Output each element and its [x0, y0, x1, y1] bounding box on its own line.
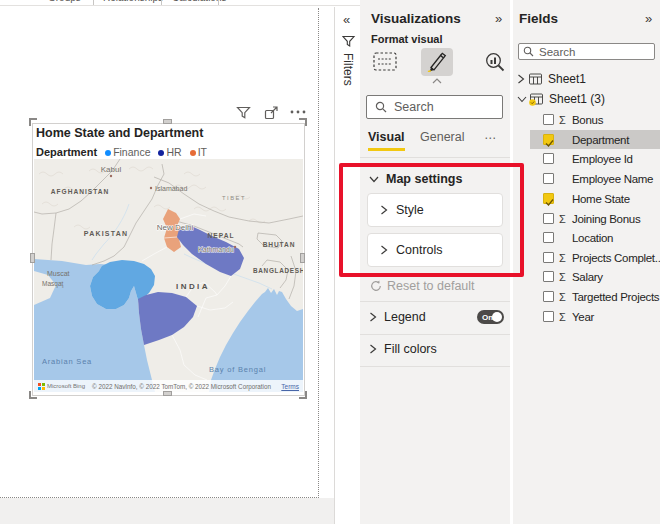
map-label-kathmandu: Kathmandu: [198, 246, 234, 253]
map-label-kabul: Kabul: [101, 165, 122, 174]
map-label-muscat: Muscat: [47, 270, 70, 277]
map-label-india: INDIA: [176, 282, 210, 291]
visual-focus-mode-icon[interactable]: [264, 106, 279, 120]
fields-pane: Fields » Search Sheet1 Sheet1 (3) Σ Bonu…: [513, 0, 660, 524]
reset-label: Reset to default: [387, 279, 475, 293]
checkbox[interactable]: [543, 173, 554, 184]
visual-more-options-icon[interactable]: [290, 109, 306, 115]
checkbox-checked[interactable]: [543, 193, 554, 204]
islamabad-dot: [150, 187, 152, 189]
field-row-targetted-projects[interactable]: Σ Targetted Projects: [513, 287, 660, 306]
fields-search-box[interactable]: Search: [518, 43, 655, 60]
kathmandu-dot: [234, 246, 236, 248]
map-label-tibet: TIBET: [222, 195, 246, 201]
filters-expand-icon[interactable]: «: [343, 12, 350, 27]
legend-section[interactable]: Legend: [369, 310, 426, 324]
map-label-islamabad: Islamabad: [155, 185, 187, 192]
legend-dot-finance: [105, 150, 111, 156]
search-placeholder: Search: [539, 46, 575, 58]
search-placeholder: Search: [394, 100, 434, 114]
selection-corner-tl[interactable]: [29, 118, 37, 126]
sigma-icon: Σ: [556, 252, 569, 264]
selection-corner-tr[interactable]: [299, 118, 307, 126]
selection-handle-right[interactable]: [300, 253, 305, 263]
page-boundary-right: [318, 8, 319, 498]
table-name: Sheet1 (3): [549, 92, 605, 106]
field-row-projects-completed[interactable]: Σ Projects Complet...: [513, 248, 660, 267]
kabul-dot: [110, 175, 112, 177]
format-visual-icon[interactable]: [427, 52, 447, 72]
selection-corner-br[interactable]: [299, 391, 307, 399]
sigma-icon: Σ: [556, 311, 569, 323]
checkbox[interactable]: [543, 271, 554, 282]
map-label-pakistan: PAKISTAN: [84, 230, 128, 237]
selection-corner-bl[interactable]: [29, 391, 37, 399]
canvas-outside-area: [0, 498, 334, 524]
analytics-icon[interactable]: [485, 52, 506, 73]
map-visual[interactable]: Home State and Department DepartmentFina…: [33, 124, 304, 395]
map-label-bay-of-bengal: Bay of Bengal: [209, 365, 266, 374]
report-canvas[interactable]: Home State and Department DepartmentFina…: [0, 7, 334, 524]
search-icon: [523, 46, 534, 57]
search-icon: [375, 101, 387, 113]
checkbox[interactable]: [543, 252, 554, 263]
field-row-employee-id[interactable]: Employee Id: [513, 149, 660, 168]
map-terms-link[interactable]: Terms: [281, 383, 299, 390]
field-row-year[interactable]: Σ Year: [513, 307, 660, 326]
legend-dot-hr: [158, 150, 164, 156]
tab-general[interactable]: General: [420, 130, 464, 144]
visualizations-expand-icon[interactable]: »: [495, 11, 502, 26]
map-label-nepal: NEPAL: [208, 232, 235, 239]
fields-expand-icon[interactable]: »: [645, 11, 652, 26]
fill-colors-label: Fill colors: [384, 342, 437, 356]
field-row-salary[interactable]: Σ Salary: [513, 267, 660, 286]
map-label-new-delhi: New Delhi: [157, 223, 194, 232]
chevron-down-icon: [517, 94, 527, 104]
legend-dot-it: [190, 150, 196, 156]
toggle-knob: [492, 312, 502, 322]
field-row-employee-name[interactable]: Employee Name: [513, 169, 660, 188]
checkbox[interactable]: [543, 213, 554, 224]
field-row-location[interactable]: Location: [513, 228, 660, 247]
table-sheet1[interactable]: Sheet1: [517, 72, 586, 86]
checkbox[interactable]: [543, 311, 554, 322]
map-label-bangladesh: BANGLADESH: [253, 267, 303, 274]
field-row-home-state[interactable]: Home State: [513, 189, 660, 208]
table-name: Sheet1: [548, 72, 586, 86]
fields-pane-title: Fields: [519, 11, 558, 26]
visualizations-pane-title: Visualizations: [371, 11, 461, 26]
selection-handle-bottom[interactable]: [163, 391, 172, 396]
selection-handle-top[interactable]: [163, 119, 172, 124]
map-label-arabian-sea: Arabian Sea: [42, 357, 92, 366]
visual-filter-icon[interactable]: [236, 106, 251, 120]
ribbon-tab-groups[interactable]: Groups: [48, 0, 81, 3]
build-visual-icon[interactable]: [373, 52, 397, 72]
legend-toggle[interactable]: On: [477, 310, 504, 324]
table-sheet1-3[interactable]: Sheet1 (3): [517, 92, 605, 106]
chevron-right-icon: [369, 344, 377, 354]
tab-more-options[interactable]: …: [484, 128, 497, 142]
checkbox-checked[interactable]: [543, 134, 554, 145]
format-visual-label: Format visual: [371, 33, 443, 45]
selection-handle-left[interactable]: [30, 253, 35, 263]
visualizations-search-box[interactable]: Search: [366, 95, 503, 119]
reset-icon: [370, 280, 382, 292]
field-row-bonus[interactable]: Σ Bonus: [513, 110, 660, 129]
checkbox[interactable]: [543, 232, 554, 243]
ribbon-tab-relationships[interactable]: Relationships: [103, 0, 163, 3]
checkbox[interactable]: [543, 114, 554, 125]
bing-map[interactable]: Kabul AFGHANISTAN Islamabad TIBET PAKIST…: [34, 159, 303, 392]
field-row-department[interactable]: Department: [513, 130, 660, 149]
reset-to-default[interactable]: Reset to default: [370, 279, 475, 293]
fill-colors-section[interactable]: Fill colors: [369, 342, 437, 356]
sigma-icon: Σ: [556, 213, 569, 225]
checkbox[interactable]: [543, 291, 554, 302]
filters-funnel-icon: [342, 35, 356, 48]
annotation-highlight-rect: [339, 163, 524, 277]
tab-visual[interactable]: Visual: [368, 130, 405, 151]
map-label-masqat: Masqaţ: [42, 280, 64, 288]
filters-pane-title[interactable]: Filters: [341, 53, 355, 86]
checkbox[interactable]: [543, 153, 554, 164]
field-row-joining-bonus[interactable]: Σ Joining Bonus: [513, 209, 660, 228]
sigma-icon: Σ: [556, 291, 569, 303]
